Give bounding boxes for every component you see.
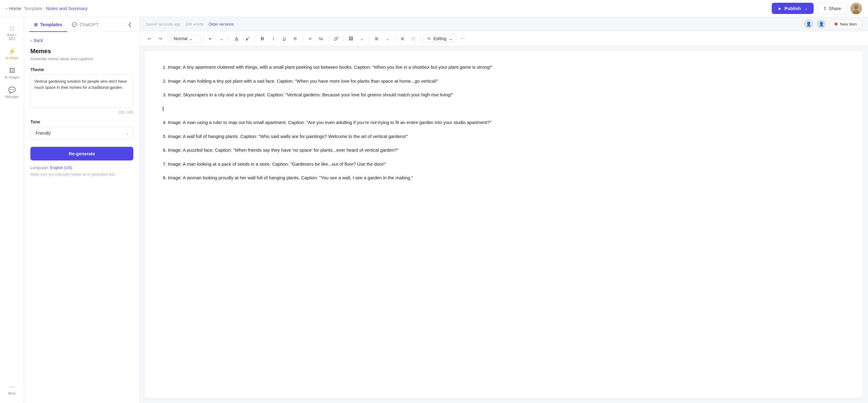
numbered-list-button[interactable]: № [316, 34, 326, 44]
align-options-button[interactable]: ⌄ [217, 34, 226, 44]
more-options-button[interactable]: ⋯ [458, 34, 467, 44]
paragraph-3: 3. Image: Skyscrapers in a city and a ti… [163, 91, 845, 99]
highlight-button[interactable]: 🖌 [243, 34, 252, 44]
person-icon-2: 👤 [819, 22, 824, 26]
new-item-dot-icon [835, 23, 838, 26]
collapse-button[interactable]: ❮ [125, 20, 134, 29]
toolbar-divider-10 [421, 35, 421, 42]
paragraph-6: 6. Image: A puzzled face. Caption: "When… [163, 146, 845, 154]
theme-field-label: Theme [30, 67, 133, 72]
panel-tabs: ⊞ Templates 💬 ChatGPT ❮ [24, 17, 140, 32]
new-item-button[interactable]: New Item [830, 20, 862, 29]
editing-badge[interactable]: ✎ Editing ⌄ [423, 35, 457, 42]
panel-description: Generate meme ideas and captions. [30, 57, 133, 61]
style-chevron-icon: ⌄ [189, 36, 193, 41]
sidebar-item-label: Brief + SEO [3, 33, 21, 40]
tone-select[interactable]: Friendly Humorous Professional Casual Sa… [30, 127, 133, 140]
italic-button[interactable]: I [269, 34, 278, 44]
ai-images-icon: 🖼 [9, 67, 15, 74]
bold-button[interactable]: B [257, 34, 267, 44]
paragraph-5: 5. Image: A wall full of hanging plants.… [163, 133, 845, 140]
sidebar-item-ai-images[interactable]: 🖼 AI Images [2, 64, 23, 82]
table-button[interactable]: ⊞ [372, 34, 381, 44]
sidebar-item-brief-seo[interactable]: □ Brief + SEO [2, 22, 23, 44]
top-bar-right: ► Publish ⌄ ⇧ Share [772, 3, 862, 14]
home-label: Home [9, 6, 21, 11]
panel-title: Memes [30, 48, 133, 55]
sidebar-item-message[interactable]: 💬 Message [2, 83, 23, 102]
saved-text: Saved seconds ago [146, 22, 180, 26]
bullet-list-button[interactable]: ≡ [305, 34, 315, 44]
image-options-button[interactable]: ⌄ [357, 34, 367, 44]
tone-field-label: Tone [30, 119, 133, 124]
theme-input[interactable] [30, 75, 133, 108]
publish-label: Publish [784, 6, 801, 11]
tone-select-wrapper: Friendly Humorous Professional Casual Sa… [30, 127, 133, 140]
collaborator-avatar-1[interactable]: 👤 [804, 20, 813, 29]
top-bar: ‹ Home Template: Notes and Summary ► Pub… [0, 0, 868, 17]
older-versions-link[interactable]: Older versions [208, 22, 234, 26]
toolbar-divider-6 [328, 35, 329, 42]
text-color-button[interactable]: A [232, 34, 242, 44]
language-link[interactable]: English (US) [50, 165, 72, 170]
link-button[interactable]: 🔗 [331, 34, 341, 44]
sidebar-item-label: AI Images [5, 75, 20, 79]
panel-content: ‹ Back Memes Generate meme ideas and cap… [24, 32, 140, 403]
table-options-button[interactable]: ⌄ [383, 34, 393, 44]
brief-seo-icon: □ [10, 25, 14, 32]
collaborator-avatar-2[interactable]: 👤 [817, 20, 826, 29]
undo-button[interactable]: ↩ [145, 34, 154, 44]
toolbar-divider-9 [395, 35, 395, 42]
share-button[interactable]: ⇧ Share [817, 3, 847, 14]
style-label: Normal [174, 36, 187, 41]
strikethrough-button[interactable]: S [290, 34, 300, 44]
more-icon: ⋯ [9, 383, 15, 390]
sidebar-item-label: AI Writer [5, 56, 19, 60]
paragraph-7: 7. Image: A man looking at a pack of see… [163, 160, 845, 168]
icon-sidebar: □ Brief + SEO ⚡ AI Writer 🖼 AI Images 💬 … [0, 17, 24, 403]
back-chevron-icon: ‹ [30, 38, 32, 43]
language-note: Language: English (US) [30, 165, 133, 170]
template-name[interactable]: Notes and Summary [46, 6, 88, 11]
disclaimer: Make sure you manually review all AI gen… [30, 172, 133, 177]
sidebar-item-label: Message [5, 95, 19, 98]
paragraph-4: 4. Image: A man using a ruler to map out… [163, 118, 845, 126]
publish-arrow-icon: ► [778, 6, 782, 11]
ai-writer-icon: ⚡ [8, 48, 16, 55]
underline-button[interactable]: U [279, 34, 289, 44]
home-link[interactable]: ‹ Home [6, 6, 21, 11]
sidebar-item-ai-writer[interactable]: ⚡ AI Writer [2, 45, 23, 63]
share-icon: ⇧ [823, 6, 827, 11]
copy-button[interactable]: □ [408, 34, 418, 44]
align-left-button[interactable]: ⇤ [206, 34, 216, 44]
sidebar-item-more[interactable]: ⋯ More [2, 380, 23, 398]
toolbar-divider-4 [255, 35, 255, 42]
toolbar-divider-8 [369, 35, 369, 42]
templates-tab-icon: ⊞ [34, 22, 38, 27]
editor-meta: Saved seconds ago 248 words Older versio… [146, 22, 234, 26]
paragraph-8: 8. Image: A woman looking proudly at her… [163, 174, 845, 182]
chevron-left-icon: ‹ [6, 6, 7, 11]
chatgpt-tab-icon: 💬 [72, 22, 77, 27]
redo-button[interactable]: ↪ [155, 34, 165, 44]
editor-top-bar: Saved seconds ago 248 words Older versio… [140, 17, 868, 31]
pencil-icon: ✎ [427, 36, 431, 41]
char-count: 105 / 200 [30, 110, 133, 115]
style-select[interactable]: Normal ⌄ [170, 35, 201, 42]
image-button[interactable]: 🖼 [346, 34, 355, 44]
regenerate-button[interactable]: Re-generate [30, 147, 133, 161]
editing-chevron-icon: ⌄ [449, 36, 453, 41]
paragraph-2: 2. Image: A man holding a tiny pot plant… [163, 77, 845, 85]
publish-button[interactable]: ► Publish ⌄ [772, 3, 814, 14]
avatar[interactable] [850, 3, 862, 14]
toolbar-divider-2 [203, 35, 204, 42]
editor-content[interactable]: 1. Image: A tiny apartment cluttered wit… [145, 51, 863, 398]
special-button[interactable]: ⊗ [398, 34, 407, 44]
word-count: 248 words [185, 22, 204, 26]
toolbar-divider-3 [229, 35, 229, 42]
tab-templates[interactable]: ⊞ Templates [29, 17, 67, 32]
back-link[interactable]: ‹ Back [30, 38, 133, 43]
editor-top-right: 👤 👤 New Item [804, 20, 862, 29]
sidebar-item-label: More [8, 392, 16, 395]
tab-chatgpt[interactable]: 💬 ChatGPT [67, 17, 103, 32]
